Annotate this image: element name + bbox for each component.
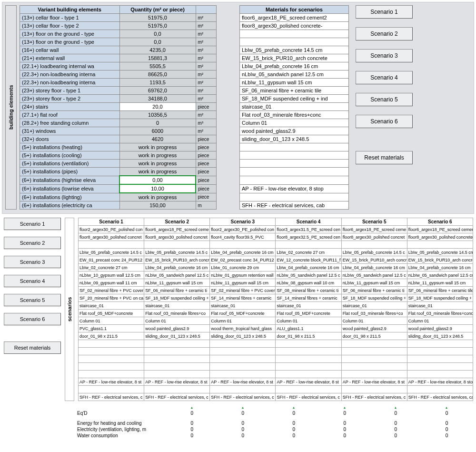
scenario-cell[interactable]: AP - REF - low-rise elevator, 8 st bbox=[144, 378, 210, 386]
scenario-cell[interactable]: floor8_argex30_polished concret bbox=[79, 233, 144, 241]
scenario-cell[interactable]: floor6_argex18_PE_screed cement bbox=[407, 226, 473, 233]
element-name[interactable]: (6+) installations (highrise eleva bbox=[20, 176, 120, 184]
scenario-cell[interactable] bbox=[210, 386, 276, 393]
scenario-cell[interactable] bbox=[276, 348, 341, 355]
scenario-cell[interactable]: SF_20_mineral fibre + PVC on ca bbox=[79, 294, 144, 302]
scenario-cell[interactable] bbox=[144, 348, 210, 355]
scenario-cell[interactable]: staircase_01 bbox=[407, 302, 473, 310]
scenario-cell[interactable]: sliding_door_01_123 x 248.5 bbox=[210, 332, 276, 340]
scenario-cell[interactable]: ALU_glass1.1 bbox=[276, 325, 341, 332]
scenario-cell[interactable]: SF_08_mineral fibre + ceramic ti bbox=[276, 287, 341, 294]
material-cell[interactable] bbox=[240, 30, 349, 38]
scenario-cell[interactable]: SFH - REF - electrical services, c bbox=[276, 393, 341, 401]
scenario-cell[interactable]: AP - REF - low-rise elevator, 8 st bbox=[79, 378, 144, 386]
scenario-cell[interactable]: Column 01 bbox=[341, 317, 407, 325]
scenario-cell[interactable]: door_01_98 x 211.5 bbox=[276, 332, 341, 340]
scenario-cell[interactable] bbox=[341, 241, 407, 249]
element-name[interactable]: (5+) installations (cooling) bbox=[20, 151, 120, 160]
quantity-cell[interactable]: 51975,0 bbox=[119, 22, 196, 30]
scenario-cell[interactable]: SF_02_mineral fibre + PVC cover bbox=[210, 287, 276, 294]
material-cell[interactable]: SFH - REF - electrical services, cab bbox=[240, 201, 349, 210]
material-cell[interactable] bbox=[240, 176, 349, 184]
scenario-cell[interactable] bbox=[407, 348, 473, 355]
scenario-cell[interactable] bbox=[341, 348, 407, 355]
scenario-cell[interactable] bbox=[341, 371, 407, 378]
scenario-cell[interactable]: wood painted_glass2.9 bbox=[144, 325, 210, 332]
scenario-cell[interactable]: door_01_98 x 211.5 bbox=[341, 332, 407, 340]
scenario-cell[interactable]: nLbIw_05_sandwich panel 12.5 c bbox=[276, 271, 341, 279]
material-cell[interactable] bbox=[240, 160, 349, 168]
quantity-cell[interactable]: 20,0 bbox=[119, 103, 196, 111]
scenario-cell[interactable] bbox=[144, 340, 210, 348]
scenario-cell[interactable]: PVC_glass1.1 bbox=[79, 325, 144, 332]
scenario-cell[interactable]: LbIw_04_prefab_concrete 16 cm bbox=[407, 264, 473, 271]
scenario-cell[interactable]: SF_06_mineral fibre + ceramic tile bbox=[407, 287, 473, 294]
scenario-cell[interactable]: nLbIw_11_gypsum wall 15 cm bbox=[144, 279, 210, 287]
quantity-cell[interactable]: work in progress bbox=[119, 143, 196, 151]
scenario-cell[interactable]: LbIw_04_prefab_concrete 16 cm bbox=[144, 264, 210, 271]
scenario-cell[interactable]: floor2_argex30_PE_polished con bbox=[210, 226, 276, 233]
scenario-cell[interactable] bbox=[407, 241, 473, 249]
element-name[interactable]: (6+) installations (lowrise eleva bbox=[20, 184, 120, 193]
quantity-cell[interactable]: 6000 bbox=[119, 127, 196, 135]
scenario-cell[interactable] bbox=[341, 386, 407, 393]
material-cell[interactable]: Column 01 bbox=[240, 119, 349, 127]
element-name[interactable]: (31+) windows bbox=[20, 127, 120, 135]
element-name[interactable]: (21+) external wall bbox=[20, 54, 120, 62]
scenario-cell[interactable]: nLbIw_05_sandwich panel 12.5 cm bbox=[407, 271, 473, 279]
material-cell[interactable]: sliding_door_01_123 x 248.5 bbox=[240, 135, 349, 143]
scenario-cell[interactable] bbox=[341, 363, 407, 371]
scenario-cell[interactable]: sliding_door_01_123 x 248.5 bbox=[407, 332, 473, 340]
scenario-cell[interactable] bbox=[79, 340, 144, 348]
quantity-cell[interactable]: 5505,5 bbox=[119, 62, 196, 70]
scenario-cell[interactable]: LbIw_02_concrete 27 cm bbox=[276, 249, 341, 256]
scenario-cell[interactable]: nLbIw_08_gypsum wall 10 cm bbox=[276, 279, 341, 287]
reset-materials-button[interactable]: Reset materials bbox=[356, 151, 413, 164]
scenario-cell[interactable] bbox=[79, 363, 144, 371]
element-name[interactable]: (13+) cellar floor - type 2 bbox=[20, 22, 120, 30]
scenario-cell[interactable] bbox=[210, 340, 276, 348]
scenario-cell[interactable] bbox=[341, 340, 407, 348]
material-cell[interactable] bbox=[240, 143, 349, 151]
scenario-cell[interactable]: LbIw_05_prefab_concrete 14.5 c bbox=[79, 249, 144, 256]
quantity-cell[interactable]: 51975,0 bbox=[119, 14, 196, 22]
scenario-cell[interactable]: door_01_98 x 211.5 bbox=[79, 332, 144, 340]
scenario-cell[interactable]: nLbIw_05_sandwich panel 12.5 c bbox=[341, 271, 407, 279]
scenario-cell[interactable] bbox=[79, 355, 144, 363]
scenario-cell[interactable] bbox=[79, 371, 144, 378]
scenario-cell[interactable] bbox=[144, 363, 210, 371]
scenario-cell[interactable] bbox=[407, 363, 473, 371]
quantity-cell[interactable]: 4235,0 bbox=[119, 46, 196, 54]
quantity-cell[interactable]: 10,00 bbox=[119, 184, 196, 193]
scenario-cell[interactable]: nLbIw_01_gypsum retention wall bbox=[210, 271, 276, 279]
scenario-cell[interactable] bbox=[407, 386, 473, 393]
element-name[interactable]: (22.3+) non-loadbearing interna bbox=[20, 79, 120, 87]
scenario-cell[interactable]: AP - REF - low-rise elevator, 8 st bbox=[210, 378, 276, 386]
scenario-2-button[interactable]: Scenario 2 bbox=[356, 27, 413, 40]
quantity-cell[interactable]: work in progress bbox=[119, 160, 196, 168]
quantity-cell[interactable]: 150,00 bbox=[119, 201, 196, 210]
scenario-cell[interactable]: wood painted_glass2.9 bbox=[407, 325, 473, 332]
scenario-cell[interactable]: floor8_argex32.5_PE_screed cen bbox=[276, 233, 341, 241]
scenario-cell[interactable]: floor6_argex18_PE_screed ceme bbox=[341, 226, 407, 233]
scenario-cell[interactable]: SF_18_MDF suspended ceiling + ind bbox=[407, 294, 473, 302]
scenario-cell[interactable] bbox=[407, 340, 473, 348]
scenario-cell[interactable]: wood painted_glass2.9 bbox=[341, 325, 407, 332]
scenario-cell[interactable]: LbIw_02_concrete 27 cm bbox=[79, 264, 144, 271]
element-name[interactable]: (13+) cellar floor - type 1 bbox=[20, 14, 120, 22]
scenario-cell[interactable]: SF_14_mineral fibres + ceramic bbox=[210, 294, 276, 302]
scenario-cell[interactable]: EW_15_brick_PUR10_arch concr bbox=[341, 256, 407, 264]
scenario-cell[interactable]: SFH - REF - electrical services, c bbox=[210, 393, 276, 401]
element-name[interactable]: (24+) stairs bbox=[20, 103, 120, 111]
scenario-cell[interactable]: Column 01 bbox=[407, 317, 473, 325]
scenario-cell[interactable]: Flat roof_03_minerale fibres+co bbox=[341, 310, 407, 317]
scenario-cell[interactable]: staircase_01 bbox=[144, 302, 210, 310]
scenario-cell[interactable]: floor2_argex30_PE_polished con bbox=[79, 226, 144, 233]
scenario-cell[interactable]: Flat roof_03_minerale fibres+co bbox=[144, 310, 210, 317]
scenario-cell[interactable]: Flat roof_05_MDF+concrete bbox=[210, 310, 276, 317]
scenario-4-button[interactable]: Scenario 4 bbox=[356, 71, 413, 84]
reset-materials-button[interactable]: Reset materials bbox=[4, 342, 61, 354]
element-name[interactable]: (6+) installations (electricity ca bbox=[20, 201, 120, 210]
scenario-cell[interactable]: EW_12_concrete block_PUR11_f bbox=[276, 256, 341, 264]
scenario-cell[interactable]: floor8_argex30_polished concrete- bbox=[407, 233, 473, 241]
